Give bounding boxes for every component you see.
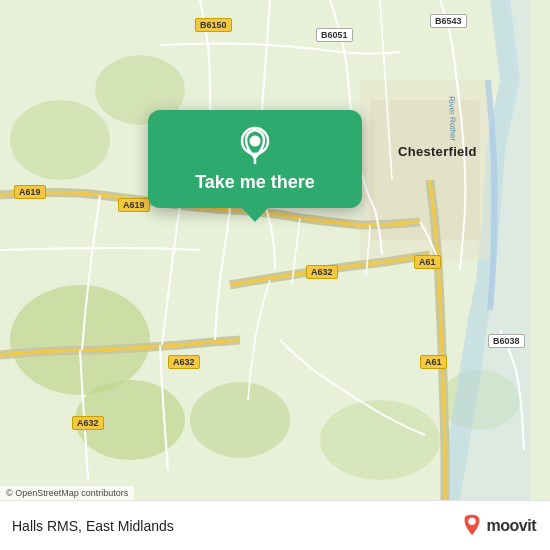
- popup-label: Take me there: [195, 172, 315, 194]
- road-badge-a632-bot: A632: [168, 355, 200, 369]
- svg-point-11: [250, 136, 261, 147]
- road-badge-a619-left: A619: [14, 185, 46, 199]
- moovit-icon: [459, 513, 485, 539]
- location-name: Halls RMS, East Midlands: [12, 518, 174, 534]
- river-label: River Rother: [447, 96, 458, 141]
- location-pin-icon: [236, 126, 274, 164]
- popup-card[interactable]: Take me there: [148, 110, 362, 208]
- map-container: B6150 B6051 B6543 A619 A619 A632 A632 A6…: [0, 0, 550, 500]
- map-attribution: © OpenStreetMap contributors: [0, 486, 134, 500]
- road-badge-b6051: B6051: [316, 28, 353, 42]
- road-badge-b6543: B6543: [430, 14, 467, 28]
- road-badge-a61-bot: A61: [420, 355, 447, 369]
- road-badge-b6038: B6038: [488, 334, 525, 348]
- bottom-bar: Halls RMS, East Midlands moovit: [0, 500, 550, 550]
- svg-point-4: [10, 100, 110, 180]
- road-badge-a61-right: A61: [414, 255, 441, 269]
- road-badge-b6150: B6150: [195, 18, 232, 32]
- moovit-logo: moovit: [459, 513, 536, 539]
- location-info: Halls RMS, East Midlands: [12, 518, 174, 534]
- svg-point-1: [10, 285, 150, 395]
- road-badge-a632-botl: A632: [72, 416, 104, 430]
- svg-point-3: [190, 382, 290, 458]
- road-badge-a619-mid: A619: [118, 198, 150, 212]
- svg-point-12: [468, 517, 475, 524]
- road-badge-a632-mid: A632: [306, 265, 338, 279]
- city-label: Chesterfield: [398, 144, 477, 159]
- moovit-text: moovit: [487, 517, 536, 535]
